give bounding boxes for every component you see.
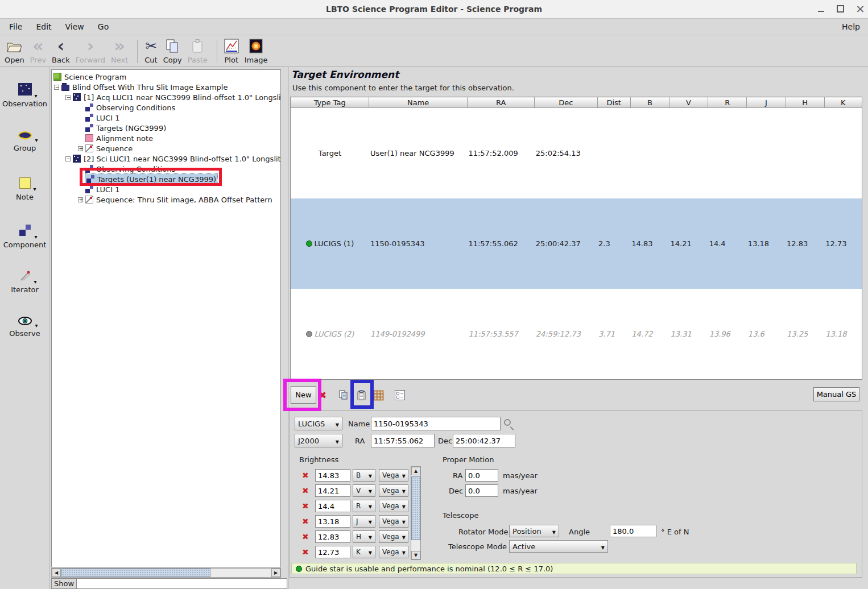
forward-button[interactable]: › Forward [76, 37, 105, 64]
brightness-value-input[interactable] [315, 500, 350, 512]
band-select[interactable]: K [353, 546, 375, 558]
tree-node-obs2[interactable]: [2] Sci LUCI1 near NGC3999 Blind-offset … [52, 154, 280, 164]
scroll-up-arrow-icon[interactable]: ▲ [411, 467, 420, 475]
expand-toggle[interactable] [78, 146, 83, 151]
target-name-input[interactable] [371, 417, 501, 430]
band-select[interactable]: H [353, 530, 375, 543]
collapse-toggle[interactable] [54, 85, 59, 90]
remove-brightness-row-icon[interactable]: ✖ [302, 517, 309, 525]
show-filter-input[interactable] [76, 578, 287, 589]
dec-input[interactable] [453, 434, 515, 447]
tree-node-observing-conditions-1[interactable]: Observing Conditions [52, 102, 280, 113]
list-details-icon[interactable] [395, 390, 405, 400]
open-button[interactable]: Open [5, 37, 24, 64]
scrollbar-thumb[interactable] [61, 569, 210, 577]
remove-brightness-row-icon[interactable]: ✖ [302, 487, 309, 495]
scroll-down-arrow-icon[interactable]: ▼ [411, 551, 420, 559]
tree-node-observing-conditions-2[interactable]: Observing Conditions [52, 164, 280, 174]
col-dec[interactable]: Dec [535, 97, 597, 108]
sidebar-item-group[interactable]: Group [0, 131, 49, 152]
delete-guide-star-icon[interactable]: ✖ [319, 391, 326, 400]
collapse-toggle[interactable] [65, 156, 71, 161]
sidebar-item-observation[interactable]: Observation [0, 83, 49, 108]
tree-node-obs1[interactable]: [1] Acq LUCI1 near NGC3999 Blind-offset … [52, 92, 280, 102]
new-guide-star-button[interactable]: New [291, 386, 316, 404]
scroll-left-arrow-icon[interactable]: ◀ [52, 569, 61, 577]
minimize-button[interactable] [817, 6, 825, 14]
maximize-button[interactable] [837, 5, 844, 13]
col-b[interactable]: B [630, 97, 669, 108]
col-k[interactable]: K [824, 97, 862, 108]
brightness-value-input[interactable] [315, 530, 350, 543]
col-h[interactable]: H [786, 97, 824, 108]
paste-guide-star-icon[interactable] [357, 390, 367, 400]
brightness-value-input[interactable] [315, 515, 350, 528]
system-select[interactable]: Vega [379, 546, 408, 558]
tree-node-alignment-note[interactable]: Alignment note [52, 133, 280, 143]
sidebar-item-iterator[interactable]: Iterator [0, 270, 49, 294]
brightness-scrollbar[interactable]: ▲ ▼ [411, 466, 421, 560]
col-name[interactable]: Name [369, 97, 468, 108]
scroll-right-arrow-icon[interactable]: ▶ [271, 569, 280, 577]
copy-guide-star-icon[interactable] [339, 390, 349, 400]
copy-button[interactable]: Copy [163, 37, 182, 64]
band-select[interactable]: B [353, 469, 375, 482]
pm-ra-input[interactable] [465, 469, 498, 482]
catalog-grid-icon[interactable] [373, 390, 383, 400]
col-j[interactable]: J [747, 97, 786, 108]
sidebar-item-note[interactable]: Note [0, 177, 49, 201]
pm-dec-input[interactable] [465, 484, 498, 497]
tree-node-targets-user1[interactable]: Targets (User(1) near NCG3999) [52, 174, 280, 184]
col-r[interactable]: R [708, 97, 747, 108]
table-row-lucigs1[interactable]: LUCIGS (1) 1150-0195343 11:57:55.062 25:… [291, 198, 862, 289]
coordinate-system-select[interactable]: J2000 [295, 434, 342, 447]
remove-brightness-row-icon[interactable]: ✖ [302, 502, 309, 510]
telescope-mode-select[interactable]: Active [509, 540, 608, 553]
collapse-toggle[interactable] [65, 95, 71, 100]
menu-view[interactable]: View [61, 20, 89, 34]
angle-input[interactable] [610, 525, 656, 537]
plot-button[interactable]: Plot [224, 37, 239, 64]
next-button[interactable]: » Next [111, 37, 128, 64]
col-v[interactable]: V [669, 97, 708, 108]
menu-go[interactable]: Go [93, 20, 113, 34]
sidebar-item-observe[interactable]: Observe [0, 317, 49, 338]
brightness-value-input[interactable] [315, 484, 350, 497]
menu-file[interactable]: File [5, 20, 27, 34]
table-row-target[interactable]: Target User(1) near NCG3999 11:57:52.009… [291, 108, 862, 198]
system-select[interactable]: Vega [379, 484, 408, 497]
prev-button[interactable]: « Prev [30, 37, 46, 64]
col-type-tag[interactable]: Type Tag [291, 97, 369, 108]
scrollbar-thumb[interactable] [411, 476, 420, 540]
remove-brightness-row-icon[interactable]: ✖ [302, 471, 309, 479]
expand-toggle[interactable] [78, 197, 83, 202]
tree-node-luci1-2[interactable]: LUCI 1 [52, 184, 280, 194]
system-select[interactable]: Vega [379, 469, 408, 482]
guide-star-type-select[interactable]: LUCIGS [295, 417, 342, 430]
system-select[interactable]: Vega [379, 530, 408, 543]
back-button[interactable]: ‹ Back [52, 37, 70, 64]
col-dist[interactable]: Dist [597, 97, 630, 108]
system-select[interactable]: Vega [379, 515, 408, 528]
remove-brightness-row-icon[interactable]: ✖ [302, 533, 309, 541]
tree-node-blind-offset[interactable]: Blind Offset With Thru Slit Image Exampl… [52, 82, 280, 92]
remove-brightness-row-icon[interactable]: ✖ [302, 548, 309, 556]
paste-button[interactable]: Paste [188, 37, 208, 64]
tree-node-targets-ngc3999[interactable]: Targets (NGC3999) [52, 123, 280, 133]
tree-horizontal-scrollbar[interactable]: ◀ ▶ [51, 568, 281, 578]
band-select[interactable]: V [353, 484, 375, 497]
brightness-value-input[interactable] [315, 546, 350, 558]
manual-gs-button[interactable]: Manual GS [813, 387, 859, 401]
tree-node-luci1-1[interactable]: LUCI 1 [52, 113, 280, 123]
col-ra[interactable]: RA [467, 97, 534, 108]
rotator-mode-select[interactable]: Position [509, 525, 559, 537]
tree-node-sequence-1[interactable]: Sequence [52, 143, 280, 154]
band-select[interactable]: R [353, 500, 375, 512]
brightness-value-input[interactable] [315, 469, 350, 482]
menu-edit[interactable]: Edit [31, 20, 56, 34]
tree-node-science-program[interactable]: Science Program [52, 72, 280, 82]
tree-node-sequence-2[interactable]: Sequence: Thru Slit image, ABBA Offset P… [52, 194, 280, 205]
menu-help[interactable]: Help [842, 22, 860, 31]
band-select[interactable]: J [353, 515, 375, 528]
system-select[interactable]: Vega [379, 500, 408, 512]
